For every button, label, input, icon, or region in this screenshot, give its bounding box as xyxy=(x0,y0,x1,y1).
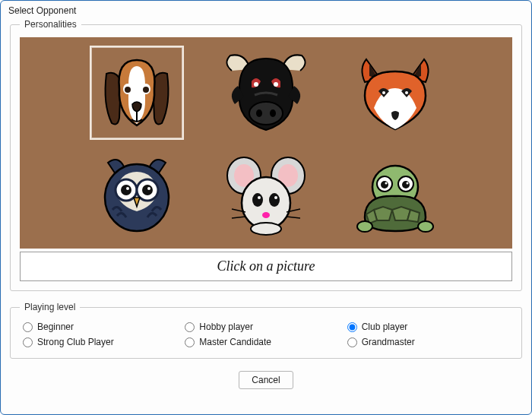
level-label: Master Candidate xyxy=(199,337,271,347)
level-label: Club player xyxy=(362,322,408,332)
portrait-bull[interactable] xyxy=(220,47,312,138)
portrait-beagle[interactable] xyxy=(91,47,182,138)
dialog-content: Personalities xyxy=(1,19,531,414)
turtle-icon xyxy=(351,149,439,237)
cancel-button[interactable]: Cancel xyxy=(239,371,293,389)
svg-point-2 xyxy=(125,87,131,93)
portrait-row-1 xyxy=(91,47,441,138)
level-radio-club[interactable]: Club player xyxy=(347,322,509,332)
svg-point-26 xyxy=(274,196,277,199)
portrait-row-2 xyxy=(91,147,441,239)
level-label: Strong Club Player xyxy=(37,337,114,347)
level-radio-grandmaster[interactable]: Grandmaster xyxy=(347,337,509,347)
portrait-panel xyxy=(20,37,512,249)
svg-point-34 xyxy=(385,182,388,185)
svg-point-16 xyxy=(126,187,129,190)
svg-point-25 xyxy=(258,196,261,199)
level-label: Grandmaster xyxy=(362,337,415,347)
svg-point-35 xyxy=(407,182,409,185)
level-label: Hobby player xyxy=(199,322,253,332)
level-input-strong-club[interactable] xyxy=(23,337,33,347)
personalities-group: Personalities xyxy=(10,19,522,291)
level-input-hobby[interactable] xyxy=(185,322,195,332)
dialog-title: Select Opponent xyxy=(1,1,531,19)
svg-point-33 xyxy=(402,181,410,188)
svg-point-5 xyxy=(274,82,278,87)
level-radio-hobby[interactable]: Hobby player xyxy=(185,322,347,332)
level-input-club[interactable] xyxy=(347,322,357,332)
svg-point-7 xyxy=(256,109,262,117)
portrait-prompt: Click on a picture xyxy=(20,252,512,281)
svg-point-14 xyxy=(121,185,131,195)
portrait-turtle[interactable] xyxy=(350,147,441,239)
level-input-grandmaster[interactable] xyxy=(347,337,357,347)
svg-point-28 xyxy=(251,223,281,235)
level-radio-master-candidate[interactable]: Master Candidate xyxy=(185,337,347,347)
level-radio-beginner[interactable]: Beginner xyxy=(23,322,185,332)
portrait-mouse[interactable] xyxy=(220,147,312,239)
owl-icon xyxy=(94,150,179,236)
svg-point-23 xyxy=(252,193,263,207)
svg-point-6 xyxy=(249,102,283,125)
svg-point-17 xyxy=(147,187,150,190)
level-label: Beginner xyxy=(37,322,74,332)
playing-level-legend: Playing level xyxy=(20,302,80,312)
svg-point-10 xyxy=(405,91,408,94)
svg-point-36 xyxy=(357,221,372,232)
svg-point-37 xyxy=(418,221,433,232)
portrait-owl[interactable] xyxy=(91,147,182,239)
dialog-window: Select Opponent Personalities xyxy=(0,0,532,415)
level-input-master-candidate[interactable] xyxy=(185,337,195,347)
level-input-beginner[interactable] xyxy=(23,322,33,332)
beagle-icon xyxy=(95,51,179,135)
svg-point-15 xyxy=(142,185,153,195)
portrait-fox[interactable] xyxy=(350,47,441,138)
svg-point-22 xyxy=(242,177,290,229)
playing-level-options: Beginner Hobby player Club player Strong… xyxy=(20,320,512,349)
mouse-icon xyxy=(223,150,309,236)
svg-point-27 xyxy=(262,212,270,218)
svg-point-8 xyxy=(270,109,276,117)
personalities-legend: Personalities xyxy=(20,19,81,30)
playing-level-group: Playing level Beginner Hobby player Club… xyxy=(10,302,522,359)
dialog-footer: Cancel xyxy=(10,369,522,397)
fox-icon xyxy=(351,49,439,137)
level-radio-strong-club[interactable]: Strong Club Player xyxy=(23,337,185,347)
svg-point-4 xyxy=(254,82,258,87)
svg-point-3 xyxy=(143,87,149,93)
bull-icon xyxy=(221,48,311,138)
svg-point-24 xyxy=(269,193,280,207)
svg-point-9 xyxy=(382,91,385,94)
svg-point-32 xyxy=(381,181,388,188)
